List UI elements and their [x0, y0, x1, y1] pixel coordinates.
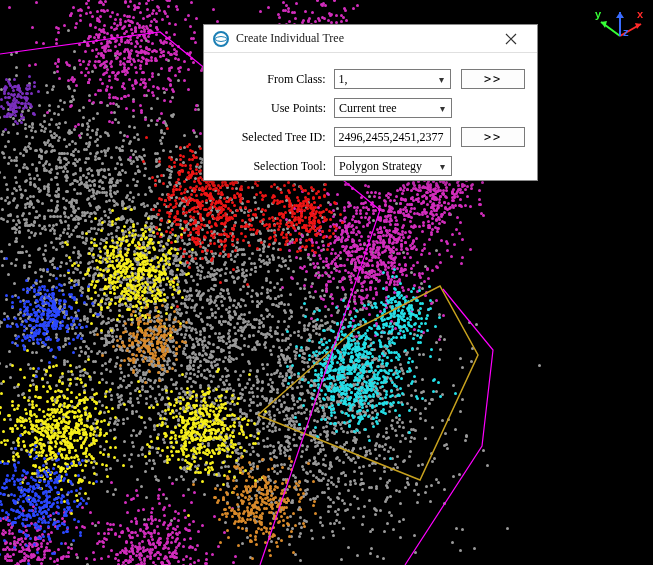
- chevron-down-icon: ▾: [437, 161, 447, 172]
- button-label: >>: [484, 72, 502, 86]
- selected-tree-id-label: Selected Tree ID:: [216, 130, 334, 145]
- selection-tool-select[interactable]: Polygon Strategy ▾: [334, 156, 452, 176]
- selection-tool-label: Selection Tool:: [216, 159, 334, 174]
- use-points-value: Current tree: [339, 101, 437, 116]
- from-class-more-button[interactable]: >>: [461, 69, 525, 89]
- button-label: >>: [484, 130, 502, 144]
- point-cloud-viewport[interactable]: x y z Create Individual Tree From Class:…: [0, 0, 653, 565]
- selected-tree-id-more-button[interactable]: >>: [461, 127, 525, 147]
- dialog-title: Create Individual Tree: [236, 31, 491, 46]
- selection-tool-value: Polygon Strategy: [339, 159, 437, 174]
- app-logo-icon: [212, 30, 230, 48]
- svg-marker-7: [616, 12, 624, 18]
- axis-gizmo[interactable]: x y z: [595, 6, 645, 56]
- dialog-titlebar[interactable]: Create Individual Tree: [204, 25, 537, 53]
- close-icon[interactable]: [491, 27, 531, 51]
- svg-text:y: y: [595, 8, 602, 20]
- use-points-label: Use Points:: [216, 101, 334, 116]
- use-points-select[interactable]: Current tree ▾: [334, 98, 452, 118]
- chevron-down-icon: ▾: [436, 74, 446, 85]
- selected-tree-id-value: 2496,2455,2451,2377: [339, 130, 444, 145]
- from-class-label: From Class:: [216, 72, 334, 87]
- selected-tree-id-input[interactable]: 2496,2455,2451,2377: [334, 127, 452, 147]
- dialog-form: From Class: 1, ▾ >> Use Points: Current …: [204, 53, 537, 189]
- svg-point-9: [214, 32, 228, 46]
- from-class-select[interactable]: 1, ▾: [334, 69, 452, 89]
- create-individual-tree-dialog: Create Individual Tree From Class: 1, ▾ …: [203, 24, 538, 181]
- svg-text:x: x: [637, 8, 644, 20]
- svg-text:z: z: [623, 26, 629, 38]
- from-class-value: 1,: [339, 72, 437, 87]
- chevron-down-icon: ▾: [437, 103, 447, 114]
